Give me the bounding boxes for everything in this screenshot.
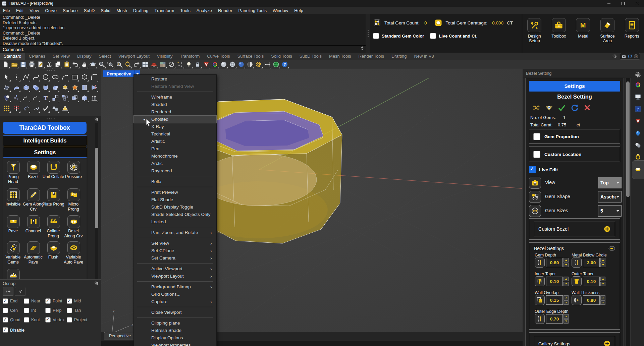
ribbon-tab-subd-tools[interactable]: SubD Tools — [296, 53, 325, 60]
quick-action-reports[interactable]: Reports — [621, 18, 643, 53]
minimize-button[interactable] — [602, 0, 616, 7]
menu-view[interactable]: View — [26, 8, 42, 13]
metal-below-girdle-stepper[interactable] — [600, 258, 605, 267]
sidetool-polygon-button[interactable] — [79, 72, 89, 82]
osnap-option-quad[interactable]: Quad — [3, 317, 20, 323]
quick-action-toolbox-qa[interactable]: Toolbox — [548, 18, 570, 53]
ribbon-help-button[interactable]: ? — [633, 54, 639, 59]
sidetool-offset-button[interactable] — [21, 103, 31, 113]
ribbon-tab-curve-tools[interactable]: Curve Tools — [203, 53, 233, 60]
gem-shape-dropdown[interactable]: Asscher — [598, 191, 622, 203]
sidetool-polyline-button[interactable] — [21, 72, 31, 82]
menu-help[interactable]: Help — [291, 8, 306, 13]
tool-gem-along-crv-button[interactable] — [27, 188, 40, 201]
menu-item-subd-display-toggle[interactable]: SubD Display Toggle — [134, 204, 216, 211]
menu-item-bella[interactable]: Bella — [134, 178, 216, 185]
near-checkbox[interactable] — [24, 298, 29, 304]
shuffle-action-button[interactable] — [532, 103, 541, 112]
sidetool-trim-button[interactable] — [89, 82, 99, 93]
tool-plate-prong-button[interactable] — [47, 188, 60, 201]
capture-button[interactable] — [621, 54, 627, 59]
sidetool-mesh-button[interactable] — [50, 82, 60, 93]
osnap-option-near[interactable]: Near — [24, 298, 40, 304]
ribbon-tab-select[interactable]: Select — [95, 53, 115, 60]
stepper-up-button[interactable] — [600, 258, 605, 263]
viewport-title[interactable]: Perspective — [103, 70, 135, 77]
outer-edge-depth-stepper[interactable] — [564, 314, 569, 324]
live-edit-row[interactable]: Live Edit — [529, 166, 558, 173]
menu-window[interactable]: Window — [270, 8, 291, 13]
tool-pressure-button[interactable] — [67, 161, 80, 174]
sidetool-scale-button[interactable] — [50, 93, 60, 103]
stepper-up-button[interactable] — [564, 295, 569, 300]
live-edit-checkbox[interactable] — [529, 166, 536, 173]
sidetool-revolve-button[interactable] — [41, 82, 50, 93]
toolbar-cut-button[interactable] — [45, 60, 54, 69]
sidetool-blend-button[interactable] — [21, 93, 31, 103]
osnap-tab-filter[interactable] — [15, 287, 25, 296]
ribbon-tab-cplanes[interactable]: CPlanes — [25, 53, 49, 60]
toolbar-undo-view-button[interactable] — [132, 60, 141, 69]
confirm-action-button[interactable] — [557, 103, 566, 112]
stepper-down-button[interactable] — [564, 263, 569, 268]
stepper-down-button[interactable] — [600, 282, 605, 286]
menu-drafting[interactable]: Drafting — [130, 8, 152, 13]
menu-item-locked[interactable]: Locked — [134, 218, 216, 226]
menu-item-print-preview[interactable]: Print Preview — [134, 189, 216, 196]
menu-item-display-options-[interactable]: Display Options... — [134, 334, 216, 342]
menu-solid[interactable]: Solid — [98, 8, 113, 13]
sidetool-fillet-button[interactable] — [89, 72, 99, 82]
toolbar-rotate-view-button[interactable] — [89, 60, 97, 69]
menu-item-pan-zoom-and-rotate[interactable]: Pan, Zoom, and Rotate› — [134, 229, 216, 236]
tool-automatic-pave-button[interactable] — [27, 241, 40, 254]
project-checkbox[interactable] — [67, 317, 72, 323]
quick-action-metal[interactable]: MMetal — [572, 18, 594, 53]
viewport-tab-perspective[interactable]: Perspective — [104, 332, 136, 340]
settings-section-button[interactable]: Settings — [3, 147, 87, 158]
sidetool-pyramid-button[interactable] — [60, 103, 70, 113]
bezel-panel-scrollbar[interactable] — [625, 78, 631, 346]
menu-item-artistic[interactable]: Artistic — [134, 138, 216, 145]
menu-transform[interactable]: Transform — [152, 8, 177, 13]
tool-bezel-along-crv-button[interactable] — [67, 215, 80, 228]
ribbon-tab-standard[interactable]: Standard — [0, 53, 25, 60]
stepper-down-button[interactable] — [600, 263, 605, 268]
sidetool-box-button[interactable] — [21, 82, 31, 93]
outer-taper-stepper[interactable] — [600, 277, 605, 286]
menu-item-flat-shade[interactable]: Flat Shade — [134, 196, 216, 204]
menu-item-pen[interactable]: Pen — [134, 145, 216, 153]
sync-button[interactable] — [627, 54, 633, 59]
inner-taper-input[interactable]: 0.10 — [546, 277, 563, 286]
tool-pave-button[interactable] — [7, 215, 20, 228]
sidetool-copy-sq-button[interactable] — [70, 93, 79, 103]
sidetool-arc-button[interactable] — [60, 72, 70, 82]
menu-item-monochrome[interactable]: Monochrome — [134, 153, 216, 160]
custom-bezel-inner[interactable]: Custom Bezel — [534, 222, 615, 236]
toolbar-sphere-wire-button[interactable] — [228, 60, 237, 69]
sidetool-circles-button[interactable] — [2, 93, 11, 103]
inner-taper-stepper[interactable] — [564, 277, 569, 286]
stepper-up-button[interactable] — [564, 314, 569, 319]
toolbar-copy-button[interactable] — [54, 60, 62, 69]
osnap-option-vertex[interactable]: Vertex — [45, 317, 64, 323]
sidetool-explode-button[interactable] — [70, 82, 79, 93]
intelligent-builds-button[interactable]: Intelligent Builds — [3, 135, 87, 146]
toolbox-gear-icon[interactable] — [94, 117, 99, 122]
menu-item-set-camera[interactable]: Set Camera› — [134, 254, 216, 262]
gallery-settings-inner[interactable]: Gallery Settings — [534, 336, 615, 346]
menu-item-raytraced[interactable]: Raytraced — [134, 167, 216, 175]
ribbon-tab-visibility[interactable]: Visibility — [153, 53, 176, 60]
wall-thickness-input[interactable]: 0.80 — [583, 295, 600, 305]
toolbar-vray-button[interactable] — [202, 60, 211, 69]
toolbar-color-wheel-button[interactable] — [211, 60, 219, 69]
tool-micro-prong-button[interactable] — [67, 188, 80, 201]
quick-action-surface-area[interactable]: Surface Area — [596, 18, 619, 53]
collapse-group-icon[interactable] — [608, 244, 616, 252]
ribbon-tab-viewport-layout[interactable]: Viewport Layout — [115, 53, 153, 60]
refresh-action-button[interactable] — [570, 103, 579, 112]
toolbar-render-button[interactable] — [150, 60, 158, 69]
bezel-tab-icon[interactable] — [634, 166, 642, 173]
toolbar-hide-button[interactable] — [167, 60, 176, 69]
menu-item-capture[interactable]: Capture› — [134, 298, 216, 305]
toolbar-annotate-button[interactable] — [36, 60, 45, 69]
